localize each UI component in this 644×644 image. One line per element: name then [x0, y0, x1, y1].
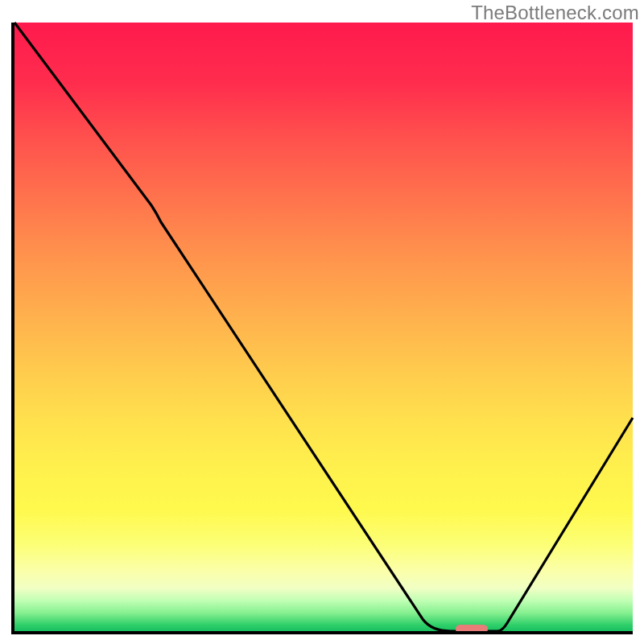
bottleneck-chart: TheBottleneck.com — [0, 0, 644, 644]
x-axis-line — [11, 631, 633, 634]
curve-layer — [14, 23, 633, 631]
watermark-text: TheBottleneck.com — [471, 2, 639, 24]
y-axis-line — [11, 23, 14, 634]
bottleneck-curve-path — [14, 23, 633, 631]
